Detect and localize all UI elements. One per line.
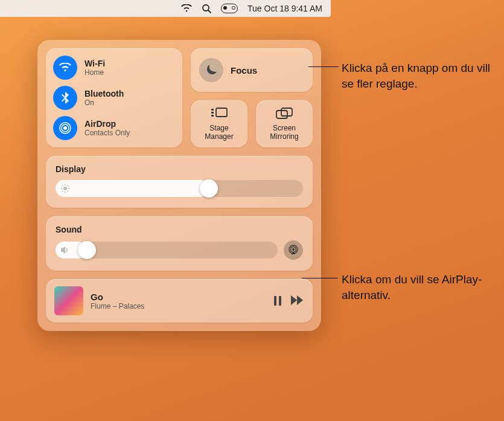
album-art — [54, 286, 83, 315]
search-icon[interactable] — [202, 4, 211, 13]
svg-point-20 — [292, 248, 295, 251]
svg-rect-8 — [211, 115, 214, 117]
svg-rect-10 — [281, 108, 292, 116]
next-track-button[interactable] — [291, 295, 304, 306]
moon-icon — [199, 58, 223, 82]
svg-line-16 — [62, 185, 63, 186]
svg-rect-24 — [279, 296, 281, 306]
bluetooth-status: On — [85, 98, 124, 107]
wifi-label: Wi-Fi — [85, 59, 105, 68]
svg-line-19 — [62, 191, 63, 191]
focus-button[interactable]: Focus — [191, 48, 313, 92]
bluetooth-label: Bluetooth — [85, 89, 124, 98]
track-title: Go — [91, 292, 266, 302]
sound-slider[interactable] — [56, 242, 278, 259]
stage-manager-label: Stage Manager — [194, 124, 244, 141]
svg-rect-7 — [211, 112, 214, 114]
sound-title: Sound — [56, 225, 303, 234]
menubar: Tue Oct 18 9:41 AM — [0, 0, 331, 17]
speaker-icon — [60, 246, 70, 254]
screen-mirroring-button[interactable]: Screen Mirroring — [256, 100, 313, 147]
clock[interactable]: Tue Oct 18 9:41 AM — [247, 4, 322, 13]
control-center-panel: Wi-Fi Home Bluetooth On AirDrop — [37, 40, 321, 331]
display-title: Display — [56, 164, 303, 174]
bluetooth-toggle[interactable]: Bluetooth On — [53, 86, 175, 110]
callout-airplay: Klicka om du vill se AirPlay-alternativ. — [342, 272, 493, 303]
stage-manager-icon — [210, 107, 228, 120]
stage-manager-button[interactable]: Stage Manager — [191, 100, 247, 147]
wifi-icon[interactable] — [181, 4, 192, 13]
svg-rect-23 — [274, 296, 276, 306]
airplay-audio-button[interactable] — [284, 240, 303, 260]
pause-button[interactable] — [273, 295, 282, 306]
screen-mirroring-label: Screen Mirroring — [260, 124, 309, 141]
svg-point-2 — [63, 126, 67, 130]
bluetooth-icon — [53, 86, 77, 110]
screen-mirroring-icon — [275, 107, 293, 120]
wifi-toggle[interactable]: Wi-Fi Home — [53, 56, 175, 80]
focus-label: Focus — [231, 65, 257, 76]
sound-card: Sound — [46, 216, 313, 271]
wifi-icon — [53, 56, 77, 80]
now-playing-card[interactable]: Go Flume – Palaces — [46, 279, 313, 323]
track-subtitle: Flume – Palaces — [91, 302, 266, 310]
svg-rect-6 — [211, 109, 214, 111]
svg-line-1 — [208, 10, 211, 13]
display-slider[interactable] — [56, 180, 303, 197]
control-center-icon[interactable] — [221, 4, 238, 13]
svg-point-11 — [63, 187, 67, 190]
airdrop-status: Contacts Only — [85, 129, 130, 137]
connectivity-card: Wi-Fi Home Bluetooth On AirDrop — [46, 48, 182, 147]
display-card: Display — [46, 156, 313, 208]
svg-line-17 — [68, 191, 68, 191]
airdrop-icon — [53, 116, 77, 140]
svg-rect-5 — [216, 108, 227, 117]
airdrop-toggle[interactable]: AirDrop Contacts Only — [53, 116, 175, 140]
svg-line-18 — [68, 185, 68, 186]
airdrop-label: AirDrop — [85, 119, 130, 129]
brightness-icon — [60, 184, 70, 193]
callout-focus: Klicka på en knapp om du vill se fler re… — [342, 60, 493, 91]
wifi-status: Home — [85, 68, 105, 77]
svg-rect-9 — [276, 111, 287, 118]
